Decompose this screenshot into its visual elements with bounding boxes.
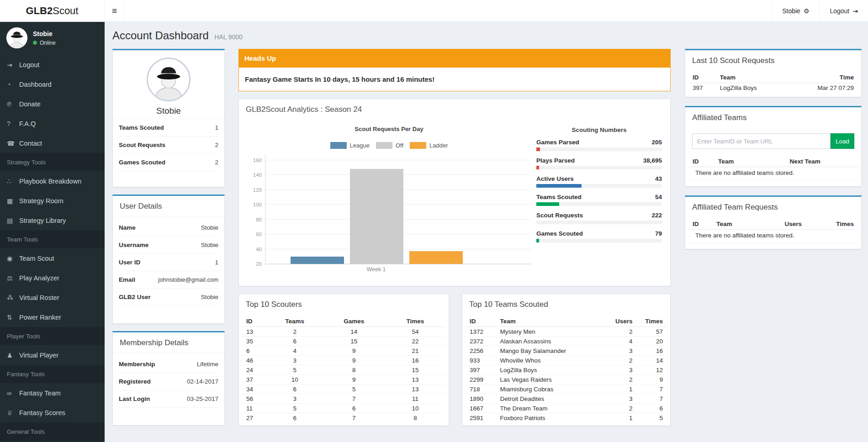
sidebar-item-dashboard[interactable]: ◔Dashboard	[0, 74, 105, 94]
cell-users: 3	[601, 346, 637, 356]
cell-games: 15	[323, 337, 385, 346]
sidebar-item-strategy-library[interactable]: ▤Strategy Library	[0, 210, 105, 230]
scouting-number-label: Games Parsed	[536, 139, 579, 146]
load-team-button[interactable]: Load	[831, 133, 854, 149]
sidebar-item-label: Team Scout	[19, 255, 54, 262]
cell-teams: 6	[266, 413, 323, 423]
cell-id: 1667	[465, 404, 495, 413]
cell-users: 2	[601, 356, 637, 365]
membership-value: 02-14-2017	[187, 378, 218, 385]
membership-value: Lifetime	[197, 361, 218, 368]
cell-id: 1890	[465, 394, 495, 404]
cell-team: Alaskan Assassins	[495, 337, 600, 346]
progress-track	[536, 221, 662, 224]
membership-card: Membership Details MembershipLifetimeReg…	[112, 331, 225, 426]
sidebar-item-label: Donate	[19, 100, 41, 108]
cell-times: 22	[385, 337, 446, 346]
user-detail-label: Username	[119, 242, 148, 248]
heads-up-title: Heads Up	[238, 49, 671, 68]
chart-title: Scout Requests Per Day	[244, 126, 534, 132]
cell-team: LogZilla Boys	[715, 83, 807, 93]
scouting-number-scout-requests: Scout Requests222	[536, 212, 662, 224]
affiliated-requests-grid: IDTeamUsersTimes	[688, 219, 858, 230]
sidebar-section-general-tools: General Tools	[0, 422, 105, 441]
sidebar-item-fantasy-team[interactable]: ∞Fantasy Team	[0, 383, 105, 403]
cell-id: 27	[242, 413, 266, 423]
scouter-row: 463916	[242, 356, 446, 365]
scouter-row: 563711	[242, 394, 446, 404]
y-tick-20: 20	[245, 261, 262, 267]
column-header-id: ID	[688, 219, 712, 230]
sidebar-user-status: Online	[40, 40, 56, 46]
online-dot	[33, 41, 37, 45]
y-tick-160: 160	[245, 158, 262, 163]
user-detail-value: 1	[215, 259, 218, 266]
sidebar-item-playbook-breakdown[interactable]: ∴Playbook Breakdown	[0, 171, 105, 191]
sidebar-item-contact[interactable]: ☎Contact	[0, 133, 105, 153]
avatar	[6, 27, 27, 48]
affiliated-team-requests-table: IDTeamUsersTimes	[685, 217, 861, 230]
team-row: 718Miamisburg Cobras17	[465, 384, 667, 394]
cell-times: 57	[637, 327, 667, 337]
sidebar-item-donate[interactable]: ℗Donate	[0, 94, 105, 114]
column-header-times: Times	[824, 219, 858, 230]
cell-games: 9	[323, 375, 385, 384]
team-id-input[interactable]	[692, 133, 831, 149]
table-header-row: IDTeamTime	[688, 72, 858, 83]
topbar-logout-button[interactable]: Logout ⇥	[819, 0, 868, 21]
column-header-id: ID	[688, 156, 714, 167]
cell-id: 2591	[465, 413, 495, 423]
sidebar-item-virtual-player[interactable]: ♟Virtual Player	[0, 345, 105, 365]
sidebar-item-logout[interactable]: ⇥Logout	[0, 55, 105, 74]
table-header-row: IDTeamNext Team	[688, 156, 858, 167]
y-tick-100: 100	[245, 202, 262, 207]
table-header-row: IDTeamUsersTimes	[465, 316, 667, 327]
sitemap-icon: ∴	[7, 178, 19, 185]
sidebar-item-virtual-roster[interactable]: ⁂Virtual Roster	[0, 288, 105, 307]
cell-times: 5	[637, 413, 667, 423]
cell-team: Mango Bay Salamander	[495, 346, 600, 356]
sidebar-item-team-scout[interactable]: ◉Team Scout	[0, 248, 105, 268]
column-header-users: Users	[601, 316, 637, 327]
progress-track	[536, 202, 662, 206]
sidebar-item-play-analyzer[interactable]: ⚖Play Analyzer	[0, 268, 105, 288]
cell-times: 21	[385, 346, 446, 356]
scouter-row: 1321454	[242, 327, 446, 337]
top-scouters-card: Top 10 Scouters IDTeamsGamesTimes1321454…	[238, 294, 449, 426]
progress-fill	[536, 239, 539, 242]
profile-stat-row-games-scouted: Games Scouted2	[119, 154, 218, 171]
sidebar: Stobie Online ⇥Logout◔Dashboard℗Donate?F…	[0, 22, 105, 442]
membership-row-membership: MembershipLifetime	[119, 356, 218, 373]
scouting-numbers-list: Games Parsed205Plays Parsed38,695Active …	[536, 139, 662, 242]
affiliated-teams-card: Affiliated Teams Load IDTeamNext Team Th…	[685, 106, 862, 187]
cell-id: 46	[242, 356, 266, 365]
topbar-user-menu[interactable]: Stobie ⚙	[772, 0, 819, 21]
table-header-row: IDTeamUsersTimes	[688, 219, 858, 230]
cell-times: 7	[637, 394, 667, 404]
legend-swatch-ladder	[410, 142, 426, 149]
membership-row-last-login: Last Login03-25-2017	[119, 390, 218, 408]
signout-icon: ⇥	[852, 7, 858, 15]
progress-track	[536, 166, 662, 169]
scouter-row: 64921	[242, 346, 446, 356]
team-row: 933Whoville Whos214	[465, 356, 667, 365]
sidebar-item-strategy-room[interactable]: ▦Strategy Room	[0, 191, 105, 210]
progress-fill	[536, 166, 539, 169]
sidebar-item-f-a-q[interactable]: ?F.A.Q	[0, 114, 105, 133]
sidebar-item-power-ranker[interactable]: ⇅Power Ranker	[0, 307, 105, 327]
cell-users: 2	[601, 375, 637, 384]
cell-id: 13	[242, 327, 266, 337]
cell-teams: 5	[266, 365, 323, 375]
brand-logo[interactable]: GLB2Scout	[0, 0, 105, 21]
scouting-number-value: 79	[655, 230, 662, 237]
sidebar-toggle-button[interactable]: ≡	[105, 0, 125, 21]
affiliated-teams-title: Affiliated Teams	[685, 107, 861, 127]
hamburger-icon: ≡	[112, 6, 117, 16]
sidebar-item-fantasy-scores[interactable]: ♕Fantasy Scores	[0, 403, 105, 422]
cell-id: 933	[465, 356, 495, 365]
cell-team: The Dream Team	[495, 404, 600, 413]
affiliated-teams-input-group: Load	[692, 133, 854, 149]
membership-label: Registered	[119, 378, 151, 385]
cell-id: 35	[242, 337, 266, 346]
qr-grid-icon: ▦	[7, 197, 19, 205]
